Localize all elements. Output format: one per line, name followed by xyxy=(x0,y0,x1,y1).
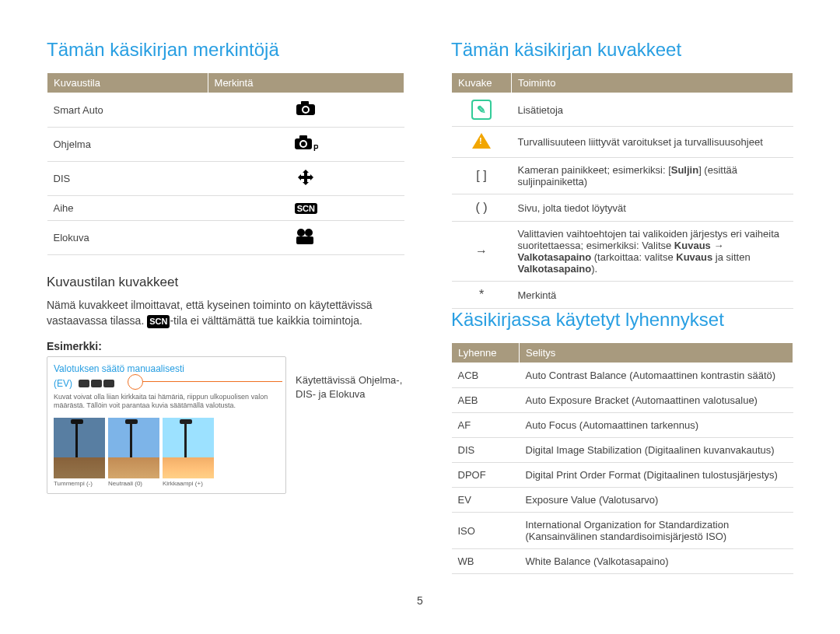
page-number: 5 xyxy=(0,594,840,607)
svg-point-7 xyxy=(301,142,306,146)
table-row: WBWhite Balance (Valkotasapaino) xyxy=(452,549,793,574)
abbr: DPOF xyxy=(452,463,520,488)
expl: Auto Focus (Automaattinen tarkennus) xyxy=(520,413,793,438)
svg-text:P: P xyxy=(313,144,318,152)
icon-sym: → xyxy=(452,222,512,282)
table-row: ( ) Sivu, jolta tiedot löytyvät xyxy=(452,194,793,222)
abbrev-table: Lyhenne Selitys ACBAuto Contrast Balance… xyxy=(451,342,793,574)
table-row: Elokuva xyxy=(47,221,404,255)
table-row: Smart Auto xyxy=(47,93,404,128)
info-icon: ✎ xyxy=(471,100,492,120)
mode-label: DIS xyxy=(47,162,208,196)
expl: Exposure Value (Valotusarvo) xyxy=(520,488,793,513)
svg-point-9 xyxy=(297,229,305,236)
th-mark: Merkintä xyxy=(208,73,404,93)
svg-point-3 xyxy=(303,107,308,112)
th-expl: Selitys xyxy=(520,343,793,363)
camera-smart-icon xyxy=(293,100,318,118)
callout-note: Käytettävissä Ohjelma-, DIS- ja Elokuva xyxy=(296,373,404,401)
example-desc: Kuvat voivat olla liian kirkkaita tai hä… xyxy=(54,393,279,410)
right-title-1: Tämän käsikirjan kuvakkeet xyxy=(451,39,793,61)
example-ev: (EV) xyxy=(54,378,72,389)
table-row: AFAuto Focus (Automaattinen tarkennus) xyxy=(452,413,793,438)
th-abbr: Lyhenne xyxy=(452,343,520,363)
callout-leader xyxy=(142,381,282,382)
expl: Auto Exposure Bracket (Automaattinen val… xyxy=(520,388,793,413)
expl: Auto Contrast Balance (Automaattinen kon… xyxy=(520,363,793,388)
example-title: Valotuksen säätö manuaalisesti xyxy=(54,363,279,374)
thumb-neutral xyxy=(108,418,159,478)
example-label: Esimerkki: xyxy=(47,340,404,352)
icon-fn: Turvallisuuteen liittyvät varoitukset ja… xyxy=(512,127,793,158)
th-fn: Toiminto xyxy=(512,73,793,93)
icon-sym: * xyxy=(452,282,512,309)
icon-sym: ( ) xyxy=(452,194,512,222)
icon-fn: Kameran painikkeet; esimerkiksi: [Suljin… xyxy=(512,158,793,194)
icon-fn: Valittavien vaihtoehtojen tai valikoiden… xyxy=(512,222,793,282)
mode-label: Smart Auto xyxy=(47,93,208,128)
mode-label: Aihe xyxy=(47,196,208,221)
scn-inline-chip: SCN xyxy=(147,315,170,328)
thumb-bright xyxy=(163,418,214,478)
svg-point-10 xyxy=(305,229,313,236)
table-row: ✎ Lisätietoja xyxy=(452,93,793,127)
svg-rect-1 xyxy=(301,101,309,105)
table-row: ACBAuto Contrast Balance (Automaattinen … xyxy=(452,363,793,388)
icon-fn: Merkintä xyxy=(512,282,793,309)
dis-icon xyxy=(293,168,318,187)
icon-sym xyxy=(452,127,512,158)
mode-label: Elokuva xyxy=(47,221,208,255)
icon-fn: Sivu, jolta tiedot löytyvät xyxy=(512,194,793,222)
thumb-cap: Kirkkaampi (+) xyxy=(163,480,214,487)
expl: Digital Image Stabilization (Digitaaline… xyxy=(520,438,793,463)
table-row: AEBAuto Exposure Bracket (Automaattinen … xyxy=(452,388,793,413)
warning-icon xyxy=(472,133,491,149)
video-icon xyxy=(293,227,318,246)
modes-table: Kuvaustila Merkintä Smart Auto Ohjelma xyxy=(47,72,404,255)
abbr: EV xyxy=(452,488,520,513)
table-row: DIS xyxy=(47,162,404,196)
abbr: ACB xyxy=(452,363,520,388)
mode-icon-cell xyxy=(208,221,404,255)
abbr: WB xyxy=(452,549,520,574)
expl: Digital Print Order Format (Digitaalinen… xyxy=(520,463,793,488)
table-row: → Valittavien vaihtoehtojen tai valikoid… xyxy=(452,222,793,282)
icon-sym: ✎ xyxy=(452,93,512,127)
svg-rect-5 xyxy=(299,135,307,139)
mini-mode-icons xyxy=(79,380,114,387)
table-row: * Merkintä xyxy=(452,282,793,309)
expl: White Balance (Valkotasapaino) xyxy=(520,549,793,574)
icon-fn: Lisätietoja xyxy=(512,93,793,127)
example-figure: Valotuksen säätö manuaalisesti (EV) Kuva… xyxy=(47,356,286,494)
table-row: Ohjelma P xyxy=(47,128,404,162)
right-title-2: Käsikirjassa käytetyt lyhennykset xyxy=(451,309,793,331)
table-row: DPOFDigital Print Order Format (Digitaal… xyxy=(452,463,793,488)
mode-icon-cell xyxy=(208,93,404,128)
abbr: AEB xyxy=(452,388,520,413)
mode-icon-cell: SCN xyxy=(208,196,404,221)
mode-icon-cell: P xyxy=(208,128,404,162)
sub-heading: Kuvaustilan kuvakkeet xyxy=(47,275,404,290)
mode-icon-cell xyxy=(208,162,404,196)
callout-circle xyxy=(128,374,143,390)
abbr: DIS xyxy=(452,438,520,463)
thumb-cap: Tummempi (-) xyxy=(54,480,105,487)
table-row: [ ] Kameran painikkeet; esimerkiksi: [Su… xyxy=(452,158,793,194)
svg-rect-11 xyxy=(296,236,313,244)
table-row: DISDigital Image Stabilization (Digitaal… xyxy=(452,438,793,463)
thumb-dark xyxy=(54,418,105,478)
table-row: Turvallisuuteen liittyvät varoitukset ja… xyxy=(452,127,793,158)
th-icon: Kuvake xyxy=(452,73,512,93)
body-text: Nämä kuvakkeet ilmoittavat, että kyseine… xyxy=(47,298,404,328)
left-title: Tämän käsikirjan merkintöjä xyxy=(47,39,404,61)
scn-icon: SCN xyxy=(295,203,317,214)
table-row: EVExposure Value (Valotusarvo) xyxy=(452,488,793,513)
expl: International Organization for Standardi… xyxy=(520,513,793,549)
abbr: ISO xyxy=(452,513,520,549)
camera-p-icon: P xyxy=(293,134,318,152)
icons-table: Kuvake Toiminto ✎ Lisätietoja Turvallisu… xyxy=(451,72,793,309)
table-row: Aihe SCN xyxy=(47,196,404,221)
icon-sym: [ ] xyxy=(452,158,512,194)
abbr: AF xyxy=(452,413,520,438)
table-row: ISOInternational Organization for Standa… xyxy=(452,513,793,549)
